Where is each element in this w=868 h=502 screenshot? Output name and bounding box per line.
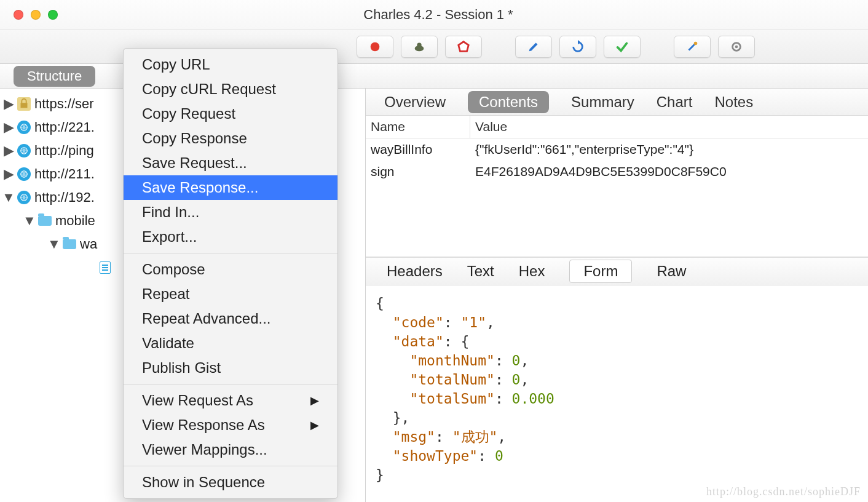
tree-label: http://192. [34,189,95,205]
breakpoints-button[interactable] [445,36,482,58]
window-controls [0,10,58,20]
edit-button[interactable] [515,36,552,58]
menu-item[interactable]: Find In... [124,200,337,225]
table-row[interactable]: wayBillInfo{"fkUserId":"661","enterprise… [366,138,868,161]
menu-item-label: Copy URL [142,56,210,73]
menu-item[interactable]: Publish Gist [124,356,337,380]
menu-item-label: Export... [142,228,197,245]
menu-item-label: Copy Response [142,130,247,147]
menu-item[interactable]: Repeat Advanced... [124,306,337,331]
menu-item[interactable]: Copy Response [124,126,337,151]
menu-item[interactable]: Save Request... [124,151,337,175]
tree-label: wa [80,236,97,252]
param-value: {"fkUserId":"661","enterpriseType":"4"} [470,138,868,161]
file-icon [100,261,111,274]
menu-item-label: View Request As [142,392,253,409]
throttle-button[interactable] [401,36,438,58]
svg-marker-3 [459,41,469,51]
param-name: wayBillInfo [366,138,470,161]
param-name: sign [366,161,470,183]
menu-item[interactable]: Copy URL [124,52,337,77]
tab-notes[interactable]: Notes [714,94,753,111]
request-params-table: Name Value wayBillInfo{"fkUserId":"661",… [366,116,868,257]
tree-label: https://ser [34,96,94,112]
settings-button[interactable] [718,36,755,58]
menu-item-label: Compose [142,261,205,278]
subtab-text[interactable]: Text [467,263,494,280]
svg-point-2 [417,42,421,47]
tab-overview[interactable]: Overview [384,94,446,111]
tab-chart[interactable]: Chart [657,94,693,111]
disclosure-triangle[interactable]: ▼ [4,189,14,205]
menu-item[interactable]: Copy cURL Request [124,77,337,102]
menu-item-label: Find In... [142,204,199,221]
col-value-header: Value [470,116,868,138]
tools-button[interactable] [674,36,711,58]
title-bar: Charles 4.2 - Session 1 * [0,0,868,30]
subtab-form[interactable]: Form [569,260,632,283]
disclosure-triangle[interactable]: ▶ [4,143,14,159]
menu-item[interactable]: Show in Sequence [124,470,337,495]
window-title: Charles 4.2 - Session 1 * [58,7,868,23]
tab-summary[interactable]: Summary [571,94,634,111]
menu-item-label: View Response As [142,416,265,434]
subtab-headers[interactable]: Headers [387,263,443,280]
menu-item[interactable]: Viewer Mappings... [124,437,337,462]
menu-item[interactable]: Save Response... [124,175,337,200]
subtab-raw[interactable]: Raw [657,263,686,280]
menu-item-label: Repeat Advanced... [142,310,270,327]
svg-rect-7 [21,103,28,108]
disclosure-triangle[interactable]: ▶ [4,119,14,135]
menu-item-label: Publish Gist [142,359,221,376]
svg-point-0 [371,42,380,51]
menu-item[interactable]: Compose [124,257,337,282]
main-panel: OverviewContentsSummaryChartNotes Name V… [366,89,868,502]
menu-item[interactable]: View Response As▶ [124,413,337,437]
disclosure-triangle[interactable]: ▼ [25,213,34,229]
main-tabs: OverviewContentsSummaryChartNotes [366,89,868,116]
minimize-window-button[interactable] [31,10,41,20]
table-row[interactable]: signE4F26189AD9A4D9BC5E5399D0C8F59C0 [366,161,868,183]
menu-item[interactable]: View Request As▶ [124,388,337,413]
submenu-arrow-icon: ▶ [310,418,319,432]
tree-label: http://ping [34,143,94,159]
svg-point-4 [694,41,698,45]
record-button[interactable] [357,36,393,58]
repeat-button[interactable] [559,36,596,58]
tree-label: http://221. [34,119,95,135]
menu-separator [124,253,337,253]
tab-contents[interactable]: Contents [468,91,549,113]
context-menu[interactable]: Copy URLCopy cURL RequestCopy RequestCop… [123,48,338,499]
response-json-view: { "code": "1", "data": { "monthNum": 0, … [366,285,868,493]
menu-separator [124,384,337,384]
menu-separator [124,466,337,466]
menu-item-label: Copy cURL Request [142,81,276,98]
validate-button[interactable] [604,36,641,58]
menu-item-label: Repeat [142,285,189,303]
menu-item-label: Validate [142,335,194,352]
submenu-arrow-icon: ▶ [310,394,319,407]
menu-item[interactable]: Export... [124,225,337,249]
col-name-header: Name [366,116,470,138]
folder-icon [38,216,52,226]
disclosure-triangle[interactable]: ▼ [49,236,59,252]
globe-icon [17,167,31,181]
menu-item-label: Show in Sequence [142,474,265,491]
menu-item[interactable]: Copy Request [124,102,337,126]
disclosure-triangle[interactable]: ▶ [4,166,14,182]
lock-icon [17,97,31,111]
menu-item[interactable]: Repeat [124,282,337,306]
globe-icon [17,191,31,204]
menu-item-label: Viewer Mappings... [142,441,267,458]
menu-item-label: Copy Request [142,105,235,122]
close-window-button[interactable] [14,10,23,20]
menu-item-label: Save Response... [142,179,258,196]
folder-icon [63,239,76,249]
response-view-tabs: HeadersTextHexFormRaw [366,257,868,285]
disclosure-triangle[interactable]: ▶ [4,96,14,112]
subtab-hex[interactable]: Hex [519,263,545,280]
menu-item[interactable]: Validate [124,331,337,356]
tree-label: http://211. [34,166,95,182]
zoom-window-button[interactable] [48,10,58,20]
tab-structure[interactable]: Structure [14,66,95,87]
